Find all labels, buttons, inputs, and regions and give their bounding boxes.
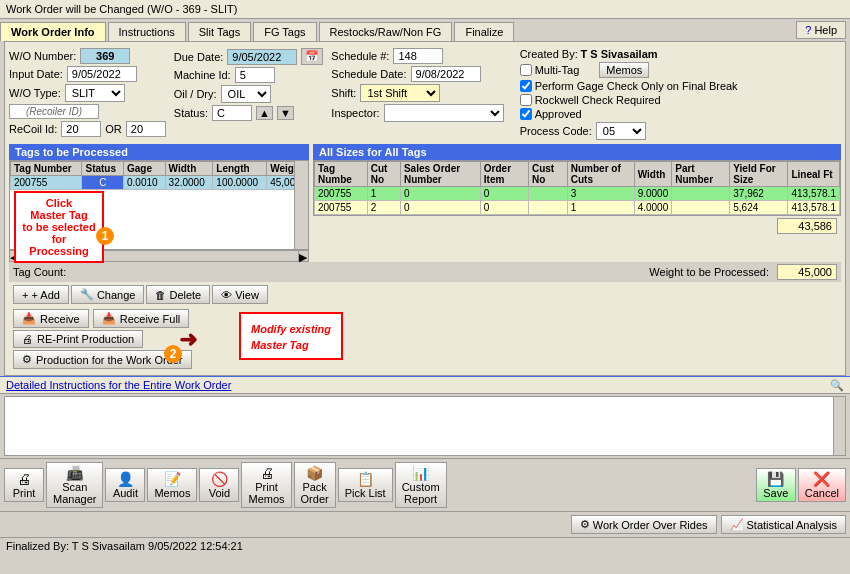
instructions-scrollbar[interactable] bbox=[833, 397, 845, 455]
wo-type-select[interactable]: SLIT bbox=[65, 84, 125, 102]
col-width: Width bbox=[165, 162, 213, 176]
recoil-id-label: ReCoil Id: bbox=[9, 123, 57, 135]
bottom-toolbar: 🖨 Print 📠 Scan Manager 👤 Audit 📝 Memos 🚫… bbox=[0, 458, 850, 511]
print-button[interactable]: 🖨 Print bbox=[4, 468, 44, 502]
col-lineal-ft: Lineal Ft bbox=[788, 162, 840, 187]
all-sizes-row-2[interactable]: 200755 2 0 0 1 4.0000 5,624 413,578.1 bbox=[315, 201, 840, 215]
machine-id-value: 5 bbox=[235, 67, 275, 83]
tab-work-order-info[interactable]: Work Order Info bbox=[0, 22, 106, 41]
status-up-arrow[interactable]: ▲ bbox=[256, 106, 273, 120]
tag-table-scrollbar[interactable] bbox=[294, 161, 308, 249]
receive-button[interactable]: 📥 Receive bbox=[13, 309, 89, 328]
tab-bar: Work Order Info Instructions Slit Tags F… bbox=[0, 19, 850, 41]
tab-slit-tags[interactable]: Slit Tags bbox=[188, 22, 251, 41]
cell-num-cuts-1: 3 bbox=[567, 187, 634, 201]
calendar-icon[interactable]: 📅 bbox=[301, 48, 323, 65]
perform-gage-checkbox-label[interactable]: Perform Gage Check Only on Final Break bbox=[520, 80, 738, 92]
cell-status: C bbox=[82, 176, 124, 190]
approved-checkbox[interactable] bbox=[520, 108, 532, 120]
memos-button[interactable]: Memos bbox=[599, 62, 649, 78]
rockwell-check-checkbox[interactable] bbox=[520, 94, 532, 106]
void-button[interactable]: 🚫 Void bbox=[199, 468, 239, 502]
view-icon: 👁 bbox=[221, 289, 232, 301]
col-cust-no: Cust No bbox=[528, 162, 567, 187]
scroll-right-btn[interactable]: ▶ bbox=[298, 251, 308, 261]
statistical-analysis-button[interactable]: 📈 Statistical Analysis bbox=[721, 515, 846, 534]
col-width2: Width bbox=[634, 162, 672, 187]
work-order-overrides-button[interactable]: ⚙ Work Order Over Rides bbox=[571, 515, 717, 534]
all-sizes-row-1[interactable]: 200755 1 0 0 3 9.0000 37,962 413,578.1 bbox=[315, 187, 840, 201]
override-icon: ⚙ bbox=[580, 518, 590, 531]
view-button[interactable]: 👁 View bbox=[212, 285, 268, 304]
wo-type-row: W/O Type: SLIT bbox=[9, 84, 166, 102]
cell-lineal-1: 413,578.1 bbox=[788, 187, 840, 201]
tab-restocks[interactable]: Restocks/Raw/Non FG bbox=[319, 22, 453, 41]
cell-width: 32.0000 bbox=[165, 176, 213, 190]
rockwell-check-checkbox-label[interactable]: Rockwell Check Required bbox=[520, 94, 738, 106]
far-right-form-group: Created By: T S Sivasailam Multi-Tag Mem… bbox=[520, 48, 738, 140]
audit-icon: 👤 bbox=[117, 471, 134, 487]
delete-icon: 🗑 bbox=[155, 289, 166, 301]
multi-tag-checkbox-label[interactable]: Multi-Tag bbox=[520, 64, 580, 76]
reprint-button[interactable]: 🖨 RE-Print Production bbox=[13, 330, 143, 348]
created-by-label: Created By: T S Sivasailam bbox=[520, 48, 658, 60]
approved-checkbox-label[interactable]: Approved bbox=[520, 108, 738, 120]
tab-finalize[interactable]: Finalize bbox=[454, 22, 514, 41]
recoil-id-input1[interactable] bbox=[61, 121, 101, 137]
perform-gage-checkbox[interactable] bbox=[520, 80, 532, 92]
receive-full-button[interactable]: 📥 Receive Full bbox=[93, 309, 190, 328]
cancel-button[interactable]: ❌ Cancel bbox=[798, 468, 846, 502]
process-code-select[interactable]: 05 bbox=[596, 122, 646, 140]
search-icon[interactable]: 🔍 bbox=[830, 379, 844, 392]
recoiler-row: (Recoiler ID) bbox=[9, 104, 166, 119]
oil-dry-select[interactable]: OIL bbox=[221, 85, 271, 103]
wo-number-label: W/O Number: bbox=[9, 50, 76, 62]
cell-order-item-2: 0 bbox=[480, 201, 528, 215]
pack-order-button[interactable]: 📦 Pack Order bbox=[294, 462, 336, 508]
col-tag-number: Tag Number bbox=[11, 162, 82, 176]
save-button[interactable]: 💾 Save bbox=[756, 468, 796, 502]
recoil-id-input2[interactable] bbox=[126, 121, 166, 137]
cell-num-cuts-2: 1 bbox=[567, 201, 634, 215]
recoil-id-row: ReCoil Id: OR bbox=[9, 121, 166, 137]
tag-count-label: Tag Count: bbox=[13, 266, 66, 278]
instructions-link[interactable]: Detailed Instructions for the Entire Wor… bbox=[6, 379, 231, 391]
memos-toolbar-button[interactable]: 📝 Memos bbox=[147, 468, 197, 502]
status-bar: Finalized By: T S Sivasailam 9/05/2022 1… bbox=[0, 537, 850, 554]
inspector-select[interactable] bbox=[384, 104, 504, 122]
change-icon: 🔧 bbox=[80, 288, 94, 301]
receive-icon: 📥 bbox=[22, 312, 36, 325]
audit-button[interactable]: 👤 Audit bbox=[105, 468, 145, 502]
schedule-date-label: Schedule Date: bbox=[331, 68, 406, 80]
cell-length: 100.0000 bbox=[213, 176, 267, 190]
cell-cut-no-2: 2 bbox=[367, 201, 400, 215]
table-row[interactable]: 200755 C 0.0010 32.0000 100.0000 45,00 bbox=[11, 176, 308, 190]
scan-manager-button[interactable]: 📠 Scan Manager bbox=[46, 462, 103, 508]
memos-row: Multi-Tag Memos bbox=[520, 62, 738, 78]
col-cut-no: Cut No bbox=[367, 162, 400, 187]
left-form-group: W/O Number: 369 Input Date: 9/05/2022 W/… bbox=[9, 48, 166, 140]
cell-tag-numbe-1: 200755 bbox=[315, 187, 368, 201]
multi-tag-checkbox[interactable] bbox=[520, 64, 532, 76]
custom-report-button[interactable]: 📊 Custom Report bbox=[395, 462, 447, 508]
tab-instructions[interactable]: Instructions bbox=[108, 22, 186, 41]
status-row: Status: C ▲ ▼ bbox=[174, 105, 324, 121]
callout-circle-1: 1 bbox=[96, 227, 114, 245]
print-memos-icon: 🖨 bbox=[260, 465, 274, 481]
change-button[interactable]: 🔧 Change bbox=[71, 285, 145, 304]
print-memos-button[interactable]: 🖨 Print Memos bbox=[241, 462, 291, 508]
btn-row: + + Add 🔧 Change 🗑 Delete 👁 View bbox=[9, 282, 841, 307]
tab-fg-tags[interactable]: FG Tags bbox=[253, 22, 316, 41]
title-bar: Work Order will be Changed (W/O - 369 - … bbox=[0, 0, 850, 19]
process-code-label: Process Code: bbox=[520, 125, 592, 137]
status-down-arrow[interactable]: ▼ bbox=[277, 106, 294, 120]
wo-number-value: 369 bbox=[80, 48, 130, 64]
delete-button[interactable]: 🗑 Delete bbox=[146, 285, 210, 304]
help-button[interactable]: ? Help bbox=[796, 21, 846, 39]
add-button[interactable]: + + Add bbox=[13, 285, 69, 304]
machine-id-row: Machine Id: 5 bbox=[174, 67, 324, 83]
shift-select[interactable]: 1st Shift bbox=[360, 84, 440, 102]
cell-yield-1: 37,962 bbox=[730, 187, 788, 201]
pick-list-button[interactable]: 📋 Pick List bbox=[338, 468, 393, 502]
tag-count-bar: Tag Count: Weight to be Processed: 45,00… bbox=[9, 262, 841, 282]
